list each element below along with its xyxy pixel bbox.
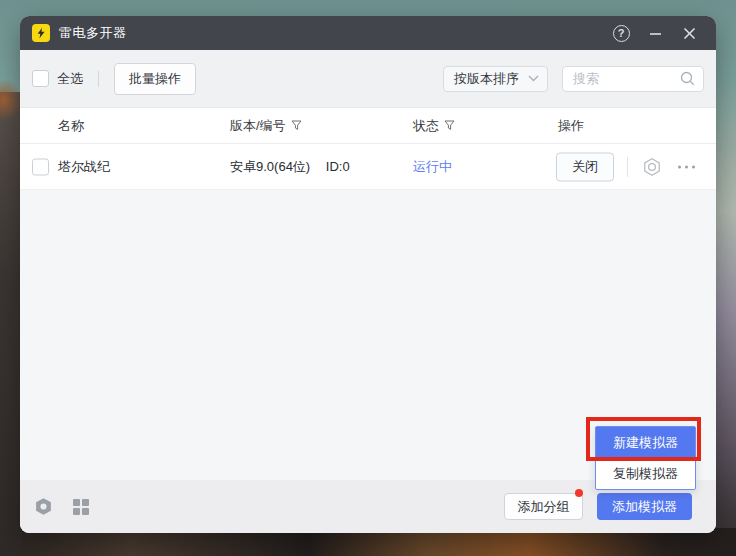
more-options-icon[interactable] bbox=[678, 165, 695, 168]
filter-icon[interactable] bbox=[291, 120, 302, 131]
close-button[interactable] bbox=[676, 20, 702, 46]
settings-gear-icon[interactable] bbox=[34, 497, 53, 516]
header-version: 版本/编号 bbox=[230, 117, 302, 135]
app-window: 雷电多开器 ? 全选 批量操作 按版本排序 名称 版本/编号 bbox=[20, 16, 716, 533]
table-row: 塔尔战纪 安卓9.0(64位) ID:0 运行中 关闭 bbox=[20, 144, 716, 190]
table-header: 名称 版本/编号 状态 操作 bbox=[20, 108, 716, 144]
grid-view-icon[interactable] bbox=[73, 499, 89, 515]
header-version-label: 版本/编号 bbox=[230, 117, 286, 135]
search-input[interactable] bbox=[565, 71, 680, 86]
menu-item-copy-emulator[interactable]: 复制模拟器 bbox=[596, 458, 695, 489]
window-title: 雷电多开器 bbox=[59, 24, 127, 42]
help-button[interactable]: ? bbox=[608, 20, 634, 46]
sort-dropdown-label: 按版本排序 bbox=[454, 70, 528, 88]
batch-operations-button[interactable]: 批量操作 bbox=[114, 63, 196, 95]
minimize-button[interactable] bbox=[642, 20, 668, 46]
instance-id: ID:0 bbox=[326, 159, 350, 174]
header-status: 状态 bbox=[413, 117, 455, 135]
add-emulator-context-menu: 新建模拟器 复制模拟器 bbox=[595, 426, 696, 490]
filter-icon[interactable] bbox=[444, 120, 455, 131]
sort-dropdown[interactable]: 按版本排序 bbox=[443, 66, 548, 92]
add-emulator-button[interactable]: 添加模拟器 bbox=[597, 493, 692, 520]
toolbar: 全选 批量操作 按版本排序 bbox=[20, 50, 716, 108]
header-name: 名称 bbox=[58, 117, 84, 135]
select-all-checkbox[interactable] bbox=[32, 70, 49, 87]
search-icon bbox=[680, 71, 695, 86]
minimize-icon bbox=[649, 27, 662, 40]
chevron-down-icon bbox=[528, 75, 539, 82]
search-box bbox=[562, 66, 704, 92]
app-logo-lightning-icon bbox=[32, 24, 50, 42]
instance-settings-icon[interactable] bbox=[642, 157, 662, 177]
close-icon bbox=[683, 27, 696, 40]
status-badge: 运行中 bbox=[413, 158, 452, 176]
toolbar-divider bbox=[98, 71, 99, 87]
desktop-wallpaper: { "window": { "title": "雷电多开器" }, "title… bbox=[0, 0, 736, 556]
ops-divider bbox=[627, 157, 628, 177]
menu-item-new-emulator[interactable]: 新建模拟器 bbox=[596, 427, 695, 458]
help-icon: ? bbox=[613, 25, 630, 42]
select-all-label: 全选 bbox=[57, 70, 83, 88]
header-actions: 操作 bbox=[558, 117, 584, 135]
instance-version: 安卓9.0(64位) ID:0 bbox=[230, 158, 350, 176]
add-group-button[interactable]: 添加分组 bbox=[504, 493, 583, 520]
titlebar: 雷电多开器 ? bbox=[20, 16, 716, 50]
notification-dot bbox=[575, 489, 583, 497]
header-status-label: 状态 bbox=[413, 117, 439, 135]
row-checkbox[interactable] bbox=[32, 158, 49, 175]
instance-name: 塔尔战纪 bbox=[58, 158, 110, 176]
android-version: 安卓9.0(64位) bbox=[230, 159, 310, 174]
close-instance-button[interactable]: 关闭 bbox=[556, 152, 614, 181]
